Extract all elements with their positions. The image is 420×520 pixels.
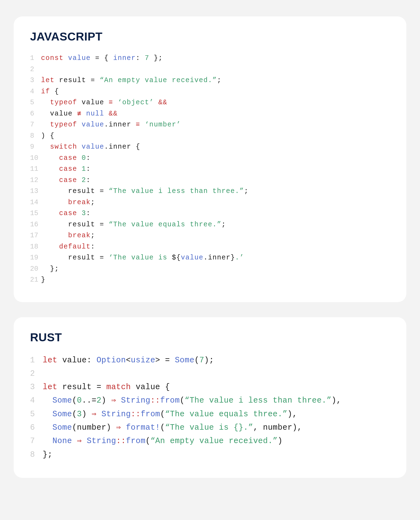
code-token: > = <box>155 356 175 365</box>
code-token: }; <box>149 54 163 62</box>
code-token: match <box>106 383 136 392</box>
line-number: 6 <box>30 421 43 434</box>
code-token: , number), <box>253 423 302 432</box>
code-token: “The value is {}.” <box>165 423 253 432</box>
code-token: 7 <box>199 356 204 365</box>
code-token: Some <box>43 396 72 405</box>
code-token: && <box>109 110 118 118</box>
rust-title: RUST <box>30 331 390 344</box>
code-token: result = <box>62 383 106 392</box>
code-token: “The value equals three.” <box>109 221 222 229</box>
line-number: 8 <box>30 448 43 461</box>
code-token: case <box>41 209 82 217</box>
code-token: ) <box>82 410 92 419</box>
line-number: 20 <box>30 264 41 275</box>
code-token: 3 <box>77 410 82 419</box>
code-token: : <box>91 243 95 251</box>
code-token: 3 <box>82 209 86 217</box>
code-token: ( <box>72 410 77 419</box>
code-token: String <box>87 437 116 446</box>
code-token: String <box>101 410 131 419</box>
rust-card: RUST 1let value: Option<usize> = Some(7)… <box>14 317 406 478</box>
code-token: 7 <box>145 54 150 62</box>
line-number: 13 <box>30 186 41 197</box>
code-token: ⇒ <box>92 410 101 419</box>
code-token: 0 <box>77 396 82 405</box>
code-token: .inner { <box>104 143 140 151</box>
code-token: ‘number’ <box>145 121 181 129</box>
code-token: “The value i less than three.” <box>109 187 244 195</box>
code-token: ⇒ <box>77 437 87 446</box>
code-token: ( <box>72 396 77 405</box>
code-token: result = <box>41 254 109 262</box>
line-number: 3 <box>30 380 43 394</box>
code-token <box>41 65 46 73</box>
line-number: 5 <box>30 97 41 108</box>
line-number: 19 <box>30 252 41 264</box>
code-token: None <box>43 437 77 446</box>
line-number: 11 <box>30 164 41 175</box>
code-token: ) <box>278 437 282 446</box>
code-token: case <box>41 176 82 184</box>
code-token: break <box>41 198 91 206</box>
code-token: value <box>82 121 104 129</box>
code-token: switch <box>41 143 82 151</box>
code-token: .inner <box>104 121 136 129</box>
code-token: break <box>41 232 91 239</box>
code-token: Option <box>97 356 126 365</box>
rust-code-block: 1let value: Option<usize> = Some(7); 2 3… <box>30 354 390 461</box>
javascript-card: JAVASCRIPT 1const value = { inner: 7 }; … <box>14 16 406 302</box>
code-token: value <box>68 54 95 62</box>
code-token: value <box>82 99 109 106</box>
code-token: ; <box>217 76 222 84</box>
code-token: from <box>126 437 145 446</box>
code-token: typeof <box>41 99 82 106</box>
code-token: Some <box>43 423 72 432</box>
code-token: ( <box>160 423 165 432</box>
code-token: result = <box>41 221 109 229</box>
code-token: inner <box>113 54 136 62</box>
line-number: 12 <box>30 175 41 186</box>
code-token: value <box>181 254 204 262</box>
line-number: 18 <box>30 241 41 253</box>
code-token: value: <box>62 356 97 365</box>
code-token: if <box>41 88 55 96</box>
code-token: .inner <box>203 254 231 262</box>
code-token: const <box>41 54 68 62</box>
code-token: ${ <box>172 254 181 262</box>
code-token: 0 <box>82 154 86 162</box>
code-token: ( <box>194 356 199 365</box>
code-token: : <box>86 176 91 184</box>
code-token: “The value equals three.” <box>165 410 288 419</box>
code-token: value { <box>136 383 170 392</box>
code-token: ); <box>204 356 214 365</box>
line-number: 6 <box>30 108 41 120</box>
line-number: 2 <box>30 367 43 380</box>
code-token: = { <box>95 54 113 62</box>
line-number: 2 <box>30 64 41 75</box>
code-token: { <box>55 88 59 96</box>
code-token: let <box>43 383 62 392</box>
code-token: ‘The value is <box>109 254 172 262</box>
line-number: 15 <box>30 208 41 219</box>
line-number: 4 <box>30 86 41 97</box>
code-token: 2 <box>97 396 101 405</box>
line-number: 8 <box>30 131 41 142</box>
code-token: ; <box>244 187 249 195</box>
line-number: 5 <box>30 408 43 421</box>
code-token: ..= <box>82 396 97 405</box>
code-token: let <box>43 356 62 365</box>
code-token: : <box>86 165 91 173</box>
line-number: 14 <box>30 197 41 208</box>
code-token: } <box>41 276 46 284</box>
code-token: :: <box>150 396 160 405</box>
code-token: “The value i less than three.” <box>185 396 331 405</box>
code-token: }; <box>43 450 52 459</box>
code-token: ) { <box>41 132 55 140</box>
javascript-title: JAVASCRIPT <box>30 30 390 43</box>
code-token: from <box>160 396 180 405</box>
code-token: 1 <box>82 165 86 173</box>
code-token: value <box>82 143 104 151</box>
code-token: :: <box>131 410 141 419</box>
code-token: ≢ <box>77 110 86 118</box>
